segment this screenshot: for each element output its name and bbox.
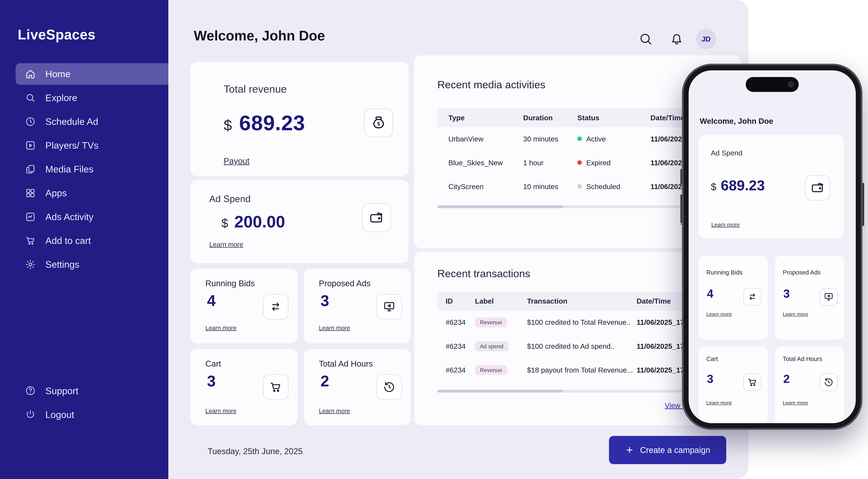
stat-value: 4 bbox=[207, 292, 216, 310]
search-icon[interactable] bbox=[638, 31, 653, 47]
phone-running-bids-card: Running Bids 4 Learn more bbox=[699, 256, 768, 339]
sidebar-item-schedule-ad[interactable]: Schedule Ad bbox=[16, 111, 168, 132]
stat-value: 3 bbox=[320, 292, 329, 310]
sidebar-item-support[interactable]: Support bbox=[16, 380, 168, 401]
sidebar-item-label: Players/ TVs bbox=[45, 140, 98, 151]
ad-spend-card: Ad Spend $ 200.00 Learn more bbox=[190, 180, 408, 263]
payout-link[interactable]: Payout bbox=[224, 156, 250, 166]
cell-transaction: $18 payout from Total Revenue... bbox=[527, 366, 637, 374]
sidebar-item-ads-activity[interactable]: Ads Activity bbox=[16, 206, 168, 228]
phone-side-button bbox=[862, 183, 864, 226]
card-title: Proposed Ads bbox=[319, 278, 370, 288]
card-title: Total revenue bbox=[224, 83, 287, 95]
stat-value: 3 bbox=[783, 287, 790, 300]
sidebar-item-label: Apps bbox=[45, 187, 67, 198]
sidebar-nav: Home Explore Schedule Ad Players/ TVs Me… bbox=[0, 63, 168, 275]
sidebar-item-settings[interactable]: Settings bbox=[16, 254, 168, 275]
scrollbar-thumb[interactable] bbox=[437, 205, 563, 208]
sidebar-item-media-files[interactable]: Media Files bbox=[16, 158, 168, 180]
cell-duration: 10 minutes bbox=[523, 183, 577, 191]
card-title: Cart bbox=[706, 356, 718, 362]
sidebar-item-add-to-cart[interactable]: Add to cart bbox=[16, 230, 168, 251]
cell-duration: 1 hour bbox=[523, 159, 577, 167]
horizontal-scrollbar[interactable] bbox=[437, 205, 717, 208]
column-header: Status bbox=[577, 114, 650, 122]
media-files-icon bbox=[25, 164, 36, 175]
current-date: Tuesday, 25th June, 2025 bbox=[208, 446, 303, 456]
sidebar-item-label: Explore bbox=[45, 92, 77, 103]
cell-type: UrbanView bbox=[448, 135, 523, 143]
phone-mockup: Welcome, John Doe Ad Spend $ 689.23 Lear… bbox=[682, 64, 862, 430]
card-title: Proposed Ads bbox=[783, 269, 821, 276]
cart-icon bbox=[743, 373, 761, 391]
learn-more-link[interactable]: Learn more bbox=[706, 311, 732, 317]
create-campaign-button[interactable]: Create a campaign bbox=[609, 436, 726, 464]
create-campaign-label: Create a campaign bbox=[640, 445, 710, 455]
proposed-ads-card: Proposed Ads 3 Learn more bbox=[304, 269, 411, 343]
table-row[interactable]: CityScreen 10 minutes Scheduled 11/06/20… bbox=[437, 175, 717, 199]
cell-label: Revenue bbox=[475, 318, 527, 327]
learn-more-link[interactable]: Learn more bbox=[206, 325, 237, 331]
ad-monitor-icon bbox=[820, 288, 838, 306]
cart-icon bbox=[25, 235, 36, 246]
wallet-icon bbox=[805, 175, 830, 201]
plus-icon bbox=[625, 446, 634, 454]
sidebar-item-label: Media Files bbox=[45, 164, 93, 175]
learn-more-link[interactable]: Learn more bbox=[319, 408, 350, 414]
table-row[interactable]: Blue_Skies_New 1 hour Expired 11/06/2025… bbox=[437, 151, 717, 175]
table-row[interactable]: UrbanView 30 minutes Active 11/06/2025_1… bbox=[437, 127, 717, 151]
svg-text:$: $ bbox=[377, 121, 380, 127]
status-dot bbox=[577, 137, 582, 141]
learn-more-link[interactable]: Learn more bbox=[206, 408, 237, 414]
view-all-transactions: View all transa... bbox=[437, 401, 717, 410]
stat-value: 2 bbox=[783, 372, 790, 386]
learn-more-link[interactable]: Learn more bbox=[706, 400, 732, 406]
phone-stats-grid: Running Bids 4 Learn more Proposed Ads 3… bbox=[699, 256, 844, 423]
notifications-bell-icon[interactable] bbox=[669, 31, 684, 46]
label-badge: Revenue bbox=[475, 365, 507, 375]
learn-more-link[interactable]: Learn more bbox=[209, 241, 243, 248]
sidebar-item-apps[interactable]: Apps bbox=[16, 182, 168, 204]
sidebar-item-logout[interactable]: Logout bbox=[16, 404, 168, 425]
view-all-activities: View all a... bbox=[437, 217, 717, 225]
amount-value: 689.23 bbox=[239, 111, 305, 135]
sidebar-item-explore[interactable]: Explore bbox=[16, 87, 168, 109]
ad-monitor-icon bbox=[376, 294, 402, 320]
card-title: Cart bbox=[206, 359, 221, 368]
phone-ad-spend-amount: $ 689.23 bbox=[711, 177, 765, 193]
card-title: Running Bids bbox=[206, 278, 255, 288]
table-row[interactable]: #6234 Ad spend $100 credited to Ad spend… bbox=[437, 334, 717, 358]
stat-value: 3 bbox=[707, 372, 713, 386]
phone-cart-card: Cart 3 Learn more bbox=[699, 347, 768, 423]
avatar[interactable]: JD bbox=[696, 29, 716, 49]
learn-more-link[interactable]: Learn more bbox=[783, 400, 808, 406]
sidebar-item-players-tvs[interactable]: Players/ TVs bbox=[16, 134, 168, 156]
horizontal-scrollbar[interactable] bbox=[437, 390, 717, 392]
table-row[interactable]: #6234 Revenue $100 credited to Total Rev… bbox=[437, 310, 717, 334]
sidebar-item-home[interactable]: Home bbox=[16, 63, 168, 85]
phone-proposed-ads-card: Proposed Ads 3 Learn more bbox=[775, 256, 844, 339]
phone-total-ad-hours-card: Total Ad Hours 2 Learn more bbox=[775, 347, 844, 423]
scrollbar-thumb[interactable] bbox=[437, 390, 563, 392]
learn-more-link[interactable]: Learn more bbox=[711, 221, 740, 228]
card-title: Running Bids bbox=[706, 269, 743, 276]
phone-camera-icon bbox=[788, 81, 794, 88]
cell-duration: 30 minutes bbox=[523, 135, 577, 143]
activity-icon bbox=[25, 211, 36, 222]
page-title: Welcome, John Doe bbox=[194, 28, 325, 44]
swap-icon bbox=[263, 294, 288, 320]
home-icon bbox=[25, 68, 36, 80]
sidebar: LiveSpaces Home Explore Schedule Ad Play… bbox=[0, 0, 168, 479]
currency-symbol: $ bbox=[224, 117, 232, 134]
table-header: Type Duration Status Date/Time bbox=[437, 108, 717, 127]
learn-more-link[interactable]: Learn more bbox=[319, 325, 350, 331]
sidebar-item-label: Ads Activity bbox=[45, 211, 93, 222]
phone-screen: Welcome, John Doe Ad Spend $ 689.23 Lear… bbox=[689, 70, 856, 423]
learn-more-link[interactable]: Learn more bbox=[783, 311, 808, 317]
label-badge: Revenue bbox=[475, 318, 507, 327]
phone-ad-spend-card: Ad Spend $ 689.23 Learn more bbox=[699, 135, 844, 238]
play-square-icon bbox=[25, 140, 36, 151]
money-bag-icon: $ bbox=[364, 109, 393, 137]
amount-value: 200.00 bbox=[234, 212, 285, 231]
table-row[interactable]: #6234 Revenue $18 payout from Total Reve… bbox=[437, 358, 717, 382]
